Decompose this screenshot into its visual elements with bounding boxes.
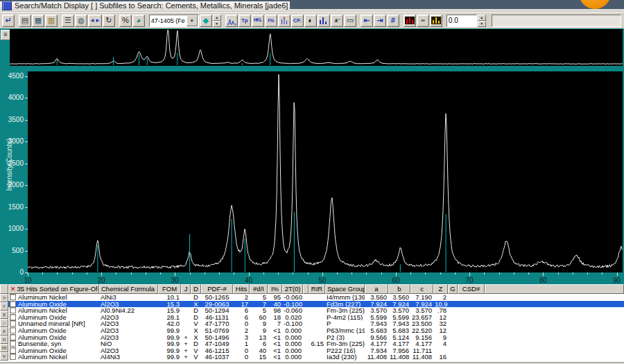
column-header--d-i[interactable]: #d/I	[250, 284, 268, 294]
cell	[433, 347, 448, 354]
column-header-a[interactable]: a	[365, 284, 388, 294]
phase-checkbox[interactable]	[10, 320, 16, 327]
phase-checkbox[interactable]	[10, 301, 16, 307]
pdf-dropdown[interactable]: 47-1405 (Fe▼	[149, 15, 199, 27]
t-infinity-button[interactable]: ∞	[417, 15, 429, 27]
phase-checkbox[interactable]	[10, 347, 16, 354]
cell: P-4m2 (115)	[325, 314, 365, 321]
x-tick-mark	[234, 272, 234, 275]
bar-graph-button[interactable]	[318, 15, 330, 27]
cell: 40	[268, 301, 282, 308]
peak-label-button[interactable]: Tp	[239, 15, 251, 27]
cell: 99.9	[158, 327, 181, 334]
table-row[interactable]: Aluminum OxideAl2O315.3X29-006317740-0.1…	[8, 301, 624, 308]
column-header-z[interactable]: Z	[433, 284, 448, 294]
column-header-hits[interactable]: Hits	[233, 284, 250, 294]
scale-spinner[interactable]: ▲▼	[213, 15, 221, 27]
cell: 3.570	[410, 307, 433, 314]
web-globe-button[interactable]: ◍	[75, 15, 87, 27]
table-row[interactable]: Aluminum NickelAlNi310.1D50-12652595-0.0…	[8, 294, 624, 301]
table-side-button-v[interactable]: v	[0, 352, 8, 361]
spin-up-icon[interactable]: ▲	[478, 15, 486, 21]
table-side-button-n[interactable]: n	[0, 336, 8, 344]
pan-left-button[interactable]: ⇤	[361, 15, 373, 27]
red-bars-button[interactable]	[404, 15, 416, 27]
column-header-chemical-formula[interactable]: Chemical Formula	[99, 284, 158, 294]
report-print-button[interactable]: ▥	[45, 15, 58, 27]
column-header-d[interactable]: D	[191, 284, 201, 294]
table-side-button-m[interactable]: m	[0, 344, 8, 352]
table-side-button-s[interactable]: s	[0, 311, 8, 319]
overlap-peaks-button[interactable]: ∧′	[331, 15, 343, 27]
overview-strip-chart[interactable]	[10, 29, 623, 66]
phase-checkbox[interactable]	[10, 327, 16, 333]
spin-down-icon[interactable]: ▼	[213, 21, 221, 27]
pie-analysis-button[interactable]: ◕	[132, 15, 145, 27]
offset-field[interactable]	[447, 15, 477, 27]
table-row[interactable]: Aluminum OxideAl2O399.9X51-076929<10.000…	[8, 327, 624, 334]
table-row[interactable]: Aluminum OxideAl2O328.1D46-1131660180.02…	[8, 314, 624, 321]
table-row[interactable]: Aluminum OxideAl2O399.9+V46-1215040<10.0…	[8, 347, 624, 354]
table-row[interactable]: Aluminum OxideAl2O399.9+X50-1496313<10.0…	[8, 334, 624, 341]
column-header-c[interactable]: c	[410, 284, 433, 294]
print-button[interactable]: ▤	[19, 15, 31, 27]
column-header-2t-0-[interactable]: 2T(0)	[282, 284, 303, 294]
column-header-blank[interactable]	[303, 284, 309, 294]
column-header-g[interactable]: G	[448, 284, 458, 294]
delete-hits-icon[interactable]: ✕	[10, 286, 16, 293]
move-peaks-button[interactable]: ◄►	[88, 15, 102, 27]
column-header-pdf-[interactable]: PDF-#	[201, 284, 233, 294]
refresh-button[interactable]: ↻	[103, 15, 115, 27]
pan-right-button[interactable]: ⇥	[374, 15, 386, 27]
table-row[interactable]: Aluminum NickelAl4Ni399.9+V46-1037015<10…	[8, 354, 624, 361]
cell	[309, 307, 325, 314]
phase-checkbox[interactable]	[10, 307, 16, 313]
table-row[interactable]: Bunsenite, synNiO99.9+D47-104916<10.0006…	[8, 340, 624, 347]
table-side-button-x[interactable]: x	[0, 327, 8, 336]
hkl-markers-button[interactable]: HKL	[252, 15, 264, 27]
offset-spinner[interactable]: ▲▼	[478, 15, 486, 27]
column-header-35-hits-sorted-on-figure-of-m-[interactable]: ✕35 Hits Sorted on Figure-Of-M...	[8, 284, 99, 294]
column-header-csd-[interactable]: CSD#	[458, 284, 485, 294]
table-row[interactable]: Unnamed mineral [NR]Al2O342.0V47-1770097…	[8, 320, 624, 327]
spin-down-icon[interactable]: ▼	[478, 21, 486, 27]
column-header-b[interactable]: b	[388, 284, 410, 294]
phase-checkbox[interactable]	[10, 334, 16, 340]
hash-grid-button[interactable]: #	[387, 15, 399, 27]
contrast-moon-button[interactable]: ◐	[304, 15, 317, 27]
tree-list-button[interactable]: ☰	[62, 15, 74, 27]
stick-pattern-button[interactable]	[278, 15, 291, 27]
cf-button[interactable]: CF.	[291, 15, 304, 27]
save-button[interactable]: ▦	[32, 15, 44, 27]
column-header-space-group[interactable]: Space Group	[325, 284, 365, 294]
cell: 12	[433, 327, 448, 334]
cell	[309, 314, 325, 321]
spin-up-icon[interactable]: ▲	[213, 15, 221, 21]
overlay-droplet-button[interactable]: ◆	[200, 15, 212, 27]
column-header-rir[interactable]: RIR	[309, 284, 325, 294]
chevron-down-icon[interactable]: ▼	[187, 15, 198, 26]
column-header-fom[interactable]: FOM	[158, 284, 181, 294]
phase-checkbox[interactable]	[10, 314, 16, 320]
phase-checkbox[interactable]	[10, 354, 16, 360]
zoom-box-button[interactable]: ▭	[344, 15, 356, 27]
table-side-button-p[interactable]: p	[0, 319, 8, 327]
cell: 3.570	[365, 307, 388, 314]
column-header-j[interactable]: J	[181, 284, 191, 294]
apply-button[interactable]: ↵	[2, 15, 15, 27]
main-diffraction-chart[interactable]	[28, 71, 623, 272]
table-side-button-next[interactable]: >	[0, 294, 8, 302]
phase-checkbox[interactable]	[10, 294, 16, 300]
yellow-bars-button[interactable]	[430, 15, 442, 27]
cell: 0	[233, 320, 250, 327]
sm-ratio-button[interactable]: %	[119, 15, 132, 27]
cell: 9.156	[410, 334, 433, 341]
cell: 46-1215	[201, 347, 233, 354]
table-side-button-r[interactable]: r	[0, 302, 8, 311]
table-row[interactable]: Aluminum NickelAl0.9Ni4.2215.9D50-129465…	[8, 307, 624, 314]
column-header-i-[interactable]: I%	[268, 284, 282, 294]
strip-splitter-button[interactable]: ≣	[1, 30, 10, 40]
phase-checkbox[interactable]	[10, 340, 16, 347]
intensity-markers-button[interactable]: I%	[265, 15, 277, 27]
profile-peaks-button[interactable]	[225, 15, 238, 27]
